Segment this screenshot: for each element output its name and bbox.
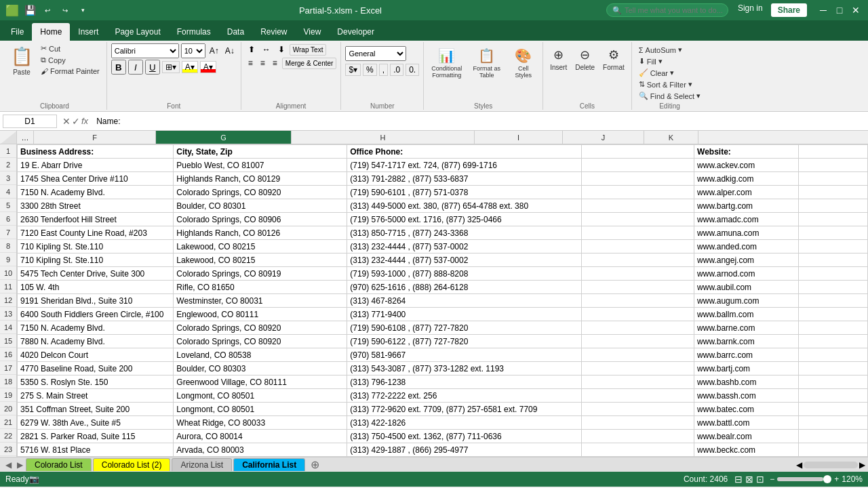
cell[interactable]: (719) 590-6122 , (877) 727-7820 <box>347 335 581 348</box>
tab-page-layout[interactable]: Page Layout <box>106 23 168 41</box>
cell[interactable] <box>798 403 867 416</box>
number-format-select[interactable]: General <box>345 46 406 61</box>
row-number[interactable]: 20 <box>0 402 16 415</box>
cell[interactable] <box>798 321 867 335</box>
clear-button[interactable]: 🧹 Clear ▾ <box>636 68 677 78</box>
cancel-formula-icon[interactable]: ✕ <box>62 116 71 127</box>
italic-button[interactable]: I <box>128 60 143 75</box>
zoom-out-button[interactable]: − <box>770 474 774 484</box>
cell[interactable]: 7880 N. Academy Blvd. <box>18 335 174 348</box>
cell[interactable]: Rifle, CO 81650 <box>174 281 347 294</box>
cell[interactable]: Wheat Ridge, CO 80033 <box>174 416 347 430</box>
align-center-button[interactable]: ≡ <box>258 57 268 69</box>
cell[interactable] <box>581 362 694 375</box>
sheet-tab-colorado-list[interactable]: Colorado List <box>26 458 92 471</box>
cell[interactable]: Colorado Springs, CO 80920 <box>174 321 347 335</box>
font-shrink-button[interactable]: A↓ <box>223 45 237 56</box>
tab-formulas[interactable]: Formulas <box>169 23 219 41</box>
fill-button[interactable]: ⬇ Fill ▾ <box>636 56 665 66</box>
cell[interactable]: www.augum.com <box>694 294 799 308</box>
cell[interactable]: www.bassh.com <box>694 389 799 403</box>
select-all-icon[interactable] <box>0 131 17 144</box>
scroll-sheets-left[interactable]: ◀ <box>3 460 14 470</box>
row-number[interactable]: 12 <box>0 293 16 307</box>
font-name-select[interactable]: Calibri <box>111 43 179 58</box>
confirm-formula-icon[interactable]: ✓ <box>72 116 80 127</box>
cell[interactable] <box>798 430 867 443</box>
conditional-formatting-button[interactable]: 📊 Conditional Formatting <box>428 46 465 80</box>
cell[interactable]: (313) 772-2222 ext. 256 <box>347 389 581 403</box>
cell[interactable]: Colorado Springs, CO 80919 <box>174 267 347 281</box>
cell[interactable]: (313) 467-8264 <box>347 294 581 308</box>
increase-decimal-button[interactable]: 0. <box>406 64 419 76</box>
cell[interactable] <box>581 348 694 362</box>
currency-button[interactable]: $▾ <box>345 64 361 76</box>
insert-button[interactable]: ⊕ Insert <box>547 46 570 73</box>
cell[interactable]: (313) 232-4444 , (877) 537-0002 <box>347 240 581 253</box>
cell[interactable] <box>581 253 694 267</box>
cell[interactable] <box>798 335 867 348</box>
formula-input[interactable] <box>96 117 865 126</box>
col-header-num[interactable]: … <box>17 131 34 144</box>
cell[interactable]: www.ballm.com <box>694 308 799 321</box>
cell[interactable]: www.bartj.com <box>694 362 799 375</box>
cell[interactable] <box>798 213 867 226</box>
cell[interactable]: www.anded.com <box>694 240 799 253</box>
row-number[interactable]: 9 <box>0 253 16 266</box>
cell[interactable]: Pueblo West, CO 81007 <box>174 159 347 172</box>
cell[interactable] <box>581 281 694 294</box>
col-header-j[interactable]: J <box>563 131 644 144</box>
comma-button[interactable]: , <box>379 64 388 76</box>
fill-dropdown[interactable]: ▾ <box>658 57 663 66</box>
bold-button[interactable]: B <box>111 60 126 75</box>
format-as-table-button[interactable]: 📋 Format as Table <box>468 46 505 80</box>
row-number[interactable]: 8 <box>0 239 16 253</box>
share-button[interactable]: Share <box>771 3 807 17</box>
cell[interactable]: 710 Kipling St. Ste.110 <box>18 240 174 253</box>
cell[interactable]: Greenwood Village, CO 80111 <box>174 375 347 389</box>
cell[interactable] <box>798 443 867 457</box>
cell[interactable]: Business Address: <box>18 145 174 159</box>
row-number[interactable]: 23 <box>0 443 16 456</box>
cell[interactable]: www.bashb.com <box>694 375 799 389</box>
cell[interactable]: (313) 850-7715 , (877) 243-3368 <box>347 226 581 240</box>
decrease-decimal-button[interactable]: .0 <box>390 64 403 76</box>
row-number[interactable]: 4 <box>0 185 16 199</box>
cell[interactable]: Boulder, CO 80301 <box>174 199 347 213</box>
fill-color-dropdown[interactable]: A▾ <box>182 61 198 73</box>
cell[interactable] <box>798 253 867 267</box>
sheet-tab-arizona-list[interactable]: Arizona List <box>172 458 232 471</box>
cell[interactable] <box>581 172 694 186</box>
cell-styles-button[interactable]: 🎨 Cell Styles <box>508 46 538 80</box>
row-number[interactable]: 15 <box>0 334 16 348</box>
cell[interactable]: Arvada, CO 80003 <box>174 443 347 457</box>
cell[interactable]: (719) 590-6108 , (877) 727-7820 <box>347 321 581 335</box>
hscroll-left[interactable]: ◀ <box>796 460 802 470</box>
cell[interactable]: Lakewood, CO 80215 <box>174 240 347 253</box>
col-header-g[interactable]: G <box>156 131 292 144</box>
hscroll-right[interactable]: ▶ <box>859 460 865 470</box>
row-number[interactable]: 17 <box>0 361 16 375</box>
cell[interactable]: (970) 625-1616 , (888) 264-6128 <box>347 281 581 294</box>
cell[interactable] <box>581 186 694 199</box>
cell[interactable]: 4020 Delcon Court <box>18 348 174 362</box>
cell[interactable] <box>798 308 867 321</box>
cut-button[interactable]: ✂ Cut <box>38 43 102 54</box>
sheet-tab-california-list[interactable]: California List <box>233 458 305 471</box>
cell[interactable] <box>581 199 694 213</box>
cell[interactable] <box>798 159 867 172</box>
cell[interactable]: Longmont, CO 80501 <box>174 389 347 403</box>
cell[interactable]: 5350 S. Roslyn Ste. 150 <box>18 375 174 389</box>
cell[interactable]: 7150 N. Academy Blvd. <box>18 186 174 199</box>
cell[interactable]: 7150 N. Academy Blvd. <box>18 321 174 335</box>
delete-button[interactable]: ⊖ Delete <box>572 46 597 73</box>
cell[interactable] <box>581 294 694 308</box>
cell[interactable]: www.aubil.com <box>694 281 799 294</box>
scroll-sheets-right[interactable]: ▶ <box>14 460 26 470</box>
tab-insert[interactable]: Insert <box>70 23 106 41</box>
cell[interactable]: (719) 590-6101 , (877) 571-0378 <box>347 186 581 199</box>
cell[interactable]: Highlands Ranch, CO 80129 <box>174 172 347 186</box>
row-number[interactable]: 14 <box>0 321 16 334</box>
format-painter-button[interactable]: 🖌 Format Painter <box>38 66 102 76</box>
cell[interactable] <box>581 335 694 348</box>
